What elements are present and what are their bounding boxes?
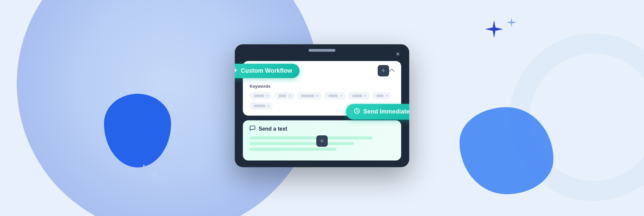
- send-immediately-label: Send Immediately: [363, 108, 409, 115]
- keyword-tag[interactable]: ×: [372, 92, 391, 99]
- text-line: [250, 136, 373, 139]
- keywords-label: Keywords: [250, 84, 394, 89]
- device-frame: × Custom Workflow + Trigg: [235, 44, 409, 167]
- workflow-badge-label: Custom Workflow: [241, 67, 292, 74]
- keyword-tag[interactable]: ×: [348, 92, 370, 99]
- keyword-tag[interactable]: ×: [274, 92, 294, 99]
- star-outline-small-icon: [151, 171, 158, 179]
- keyword-tag[interactable]: ×: [324, 92, 345, 99]
- keyword-tag[interactable]: ×: [250, 102, 273, 110]
- star-outline-icon: [138, 164, 150, 178]
- text-line: [250, 142, 354, 145]
- star-large-icon: [485, 20, 503, 41]
- chat-icon: [250, 126, 255, 132]
- add-step-top-button[interactable]: +: [378, 65, 389, 76]
- modal-wrapper: × Custom Workflow + Trigg: [235, 44, 409, 167]
- keyword-tag[interactable]: ×: [250, 92, 272, 99]
- close-button[interactable]: ×: [393, 50, 402, 59]
- workflow-badge[interactable]: Custom Workflow: [235, 64, 300, 78]
- remove-tag-icon[interactable]: ×: [266, 94, 268, 98]
- chevron-up-icon[interactable]: [389, 67, 394, 73]
- remove-tag-icon[interactable]: ×: [364, 94, 366, 98]
- remove-tag-icon[interactable]: ×: [288, 94, 290, 98]
- send-text-card-header: Send a text: [243, 120, 401, 136]
- keyword-tag[interactable]: ×: [297, 92, 322, 99]
- remove-tag-icon[interactable]: ×: [386, 94, 388, 98]
- send-immediately-badge[interactable]: Send Immediately: [346, 104, 409, 120]
- remove-tag-icon[interactable]: ×: [316, 94, 318, 98]
- remove-tag-icon[interactable]: ×: [267, 104, 269, 108]
- device-handle: [309, 49, 335, 52]
- send-text-card-title: Send a text: [259, 126, 287, 132]
- remove-tag-icon[interactable]: ×: [340, 94, 342, 98]
- text-line: [250, 148, 336, 151]
- lightning-icon: [235, 67, 238, 75]
- star-small-icon: [506, 17, 517, 29]
- add-step-middle-button[interactable]: +: [316, 135, 328, 147]
- clock-icon: [354, 108, 360, 116]
- device-bottom: [235, 160, 409, 167]
